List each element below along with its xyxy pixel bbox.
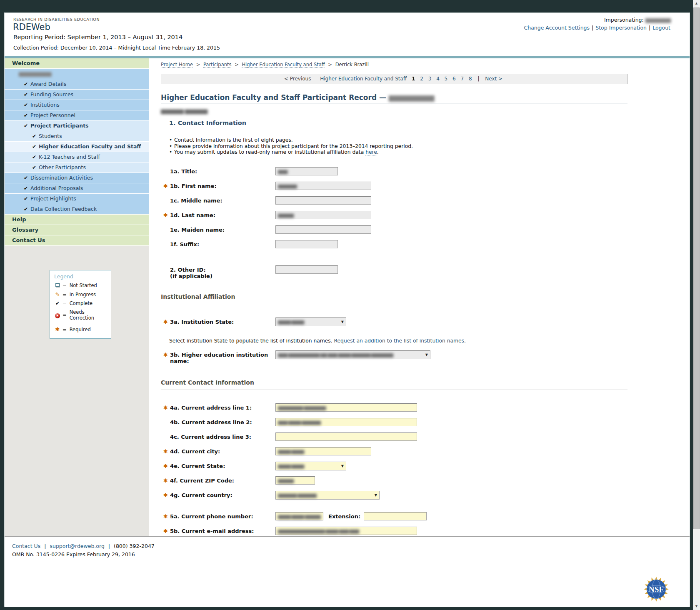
pager-page-6[interactable]: 6 <box>452 76 456 82</box>
impersonating-name: ▆▆▆▆▆▆▆ <box>645 17 670 23</box>
participant-name: ▆▆▆▆▆▆ ▆▆▆▆▆▆ <box>161 108 690 114</box>
award-number-redacted: ▆▆▆▆▆▆▆▆▆ <box>389 93 434 102</box>
pager-next[interactable]: Next > <box>485 76 502 82</box>
sidebar-item-additional-proposals[interactable]: ✔Additional Proposals <box>5 183 149 194</box>
request-institution-addition-link[interactable]: Request an addition to the list of insti… <box>334 338 464 344</box>
extension-input[interactable] <box>364 512 427 520</box>
stop-impersonation-link[interactable]: Stop Impersonation <box>595 25 647 31</box>
sidebar-item-contact-us[interactable]: Contact Us <box>5 235 149 246</box>
impersonating-label: Impersonating: <box>604 17 644 23</box>
check-icon: ✔ <box>32 154 36 160</box>
city-input[interactable]: ▆▆▆▆ ▆▆▆▆ <box>275 447 371 455</box>
breadcrumb-project-home[interactable]: Project Home <box>161 62 193 68</box>
institution-state-select[interactable]: ▆▆▆▆ ▆▆▆▆▼ <box>275 318 346 326</box>
footer-contact-us-link[interactable]: Contact Us <box>12 543 40 549</box>
sidebar-item-welcome[interactable]: Welcome <box>5 58 149 69</box>
title-input[interactable]: ▆▆▆ <box>275 167 338 175</box>
sidebar-item-students[interactable]: ✔Students <box>5 131 149 142</box>
address-line3-input[interactable] <box>275 432 417 441</box>
sidebar-item-award-number[interactable]: ▆▆▆▆▆▆▆▆▆ <box>5 69 149 79</box>
sidebar-navigation: Welcome ▆▆▆▆▆▆▆▆▆ ✔Award Details ✔Fundin… <box>5 58 149 536</box>
logout-link[interactable]: Logout <box>652 25 670 31</box>
field-4d-label: ✱4d. Current city: <box>161 447 275 455</box>
suffix-input[interactable] <box>275 240 338 248</box>
scrollbar-thumb[interactable] <box>693 8 700 529</box>
address-line2-input[interactable]: ▆▆▆ ▆▆▆▆ ▆▆▆▆▆▆ <box>275 418 417 426</box>
sidebar-item-other-participants[interactable]: ✔Other Participants <box>5 162 149 173</box>
in-progress-pencil-icon: ✎ <box>54 291 61 298</box>
first-name-input[interactable]: ▆▆▆▆▆▆ <box>275 182 371 190</box>
pager-page-5[interactable]: 5 <box>445 76 448 82</box>
pager-page-4[interactable]: 4 <box>436 76 440 82</box>
check-icon: ✔ <box>24 81 28 87</box>
pager-page-8[interactable]: 8 <box>469 76 472 82</box>
field-1d-label: ✱1d. Last name: <box>161 211 275 218</box>
scroll-up-button[interactable]: ▲ <box>693 0 700 7</box>
sidebar-item-k12-teachers-and-staff[interactable]: ✔K-12 Teachers and Staff <box>5 152 149 162</box>
footer-separator: | <box>44 543 46 549</box>
check-icon: ✔ <box>24 102 28 108</box>
pager-page-2[interactable]: 2 <box>420 76 423 82</box>
sidebar-item-dissemination-activities[interactable]: ✔Dissemination Activities <box>5 173 149 183</box>
scroll-down-button[interactable]: ▼ <box>693 603 700 610</box>
check-icon: ✔ <box>24 92 28 98</box>
sidebar-item-award-details[interactable]: ✔Award Details <box>5 79 149 90</box>
breadcrumb-participants[interactable]: Participants <box>203 62 232 68</box>
check-icon: ✔ <box>24 206 28 212</box>
change-account-settings-link[interactable]: Change Account Settings <box>524 25 590 31</box>
field-5b-label: ✱5b. Current e-mail address: <box>161 527 275 534</box>
sidebar-item-project-personnel[interactable]: ✔Project Personnel <box>5 110 149 121</box>
page-header: RESEARCH IN DISABILITIES EDUCATION RDEWe… <box>5 13 690 56</box>
sidebar-item-funding-sources[interactable]: ✔Funding Sources <box>5 90 149 100</box>
pager-page-1-current: 1 <box>412 76 415 82</box>
institution-name-select[interactable]: ▆▆▆ ▆▆▆▆▆▆▆▆▆▆ ▆▆ ▆▆▆ ▆▆▆▆ ▆▆▆▆▆▆ ▆▆▆▆▆▆… <box>275 350 430 359</box>
field-2-label: 2. Other ID: (if applicable) <box>161 265 275 279</box>
field-1e-label: 1e. Maiden name: <box>161 225 275 233</box>
sidebar-item-project-participants[interactable]: ✔Project Participants <box>5 121 149 131</box>
country-select[interactable]: ▆▆▆▆▆▆ ▆▆▆▆▆▆▼ <box>275 491 380 500</box>
state-select[interactable]: ▆▆▆▆ ▆▆▆▆▼ <box>275 462 346 470</box>
check-icon: ✔ <box>24 196 28 202</box>
sidebar-item-glossary[interactable]: Glossary <box>5 225 149 235</box>
legend-item-required: ✱ = Required <box>54 326 108 332</box>
sidebar-item-data-collection-feedback[interactable]: ✔Data Collection Feedback <box>5 204 149 215</box>
address-line1-input[interactable]: ▆▆▆▆▆▆▆▆ ▆▆▆▆▆▆▆ <box>275 403 417 412</box>
sidebar-item-institutions[interactable]: ✔Institutions <box>5 100 149 110</box>
chevron-down-icon: ▼ <box>375 493 377 497</box>
last-name-input[interactable]: ▆▆▆▆▆ <box>275 211 371 219</box>
here-link[interactable]: here <box>365 149 377 155</box>
needs-correction-icon: ✖ <box>54 312 61 318</box>
other-id-input[interactable] <box>275 265 338 274</box>
collection-period: Collection Period: December 10, 2014 – M… <box>13 45 220 51</box>
required-icon: ✱ <box>163 183 168 189</box>
sidebar-item-higher-education-faculty-and-staff[interactable]: ✔Higher Education Faculty and Staff <box>5 142 149 152</box>
vertical-scrollbar[interactable]: ▲ ▼ <box>693 0 700 610</box>
field-1c-label: 1c. Middle name: <box>161 196 275 204</box>
footer-email-link[interactable]: support@rdeweb.org <box>50 543 104 549</box>
pager-page-7[interactable]: 7 <box>461 76 464 82</box>
legend-item-complete: ✔ = Complete <box>54 300 108 306</box>
svg-text:NSF: NSF <box>649 585 664 594</box>
pager-section-link[interactable]: Higher Education Faculty and Staff <box>320 76 407 82</box>
field-4c-label: 4c. Current address line 3: <box>161 432 275 440</box>
middle-name-input[interactable] <box>275 196 371 205</box>
sidebar-item-project-highlights[interactable]: ✔Project Highlights <box>5 194 149 204</box>
scroll-down-icon: ▼ <box>695 605 698 608</box>
sidebar-item-help[interactable]: Help <box>5 215 149 225</box>
maiden-name-input[interactable] <box>275 225 371 234</box>
brand-eyebrow: RESEARCH IN DISABILITIES EDUCATION <box>13 17 100 22</box>
required-asterisk-icon: ✱ <box>54 326 61 332</box>
email-address-input[interactable]: ▆▆▆▆▆▆▆▆▆▆▆▆▆▆▆ ▆▆▆▆ ▆▆▆ ▆▆▆ <box>275 527 417 535</box>
bullet-icon: • <box>169 137 174 143</box>
required-icon: ✱ <box>163 492 168 498</box>
pager-page-3[interactable]: 3 <box>428 76 432 82</box>
legend-box: Legend = Not Started ✎ = In Progress ✔ = <box>50 270 111 339</box>
phone-number-input[interactable]: ▆▆▆▆ ▆▆▆▆ ▆▆▆▆▆ <box>275 512 323 520</box>
extension-label: Extension: <box>328 512 360 520</box>
breadcrumb-higher-education-faculty-and-staff[interactable]: Higher Education Faculty and Staff <box>242 62 325 68</box>
breadcrumb-separator: > <box>235 62 239 68</box>
zip-code-input[interactable]: ▆▆▆▆▆ <box>275 476 315 485</box>
required-icon: ✱ <box>163 405 168 411</box>
current-contact-information-heading: Current Contact Information <box>161 379 628 390</box>
institution-state-help: Select institution State to populate the… <box>169 338 690 344</box>
